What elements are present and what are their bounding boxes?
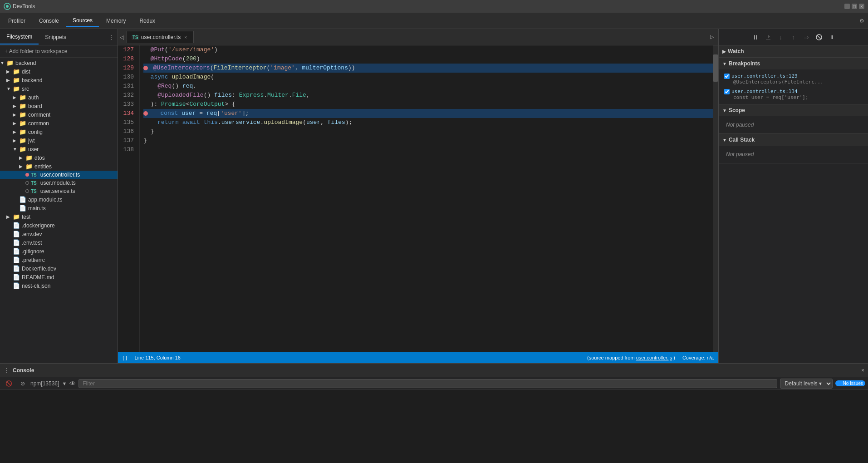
- code-content[interactable]: @Put('/user/image') @HttpCode(200) @UseI…: [140, 45, 718, 352]
- tab-filesystem[interactable]: Filesystem: [0, 30, 39, 44]
- step-into-button[interactable]: ↓: [775, 32, 786, 43]
- step-out-button[interactable]: ↑: [788, 32, 799, 43]
- line-number-132[interactable]: 132: [118, 91, 137, 100]
- npm-process-label[interactable]: npm[13536]: [30, 380, 59, 387]
- code-line-134: const user = req['user'];: [143, 109, 718, 118]
- tree-item-jwt[interactable]: ▶ 📁 jwt: [0, 136, 118, 145]
- cursor-position: Line 115, Column 16: [134, 355, 181, 360]
- tree-item-gitignore[interactable]: ▶ 📄 .gitignore: [0, 247, 118, 256]
- tree-item-prettierrc[interactable]: ▶ 📄 .prettierrc: [0, 256, 118, 264]
- scope-section: ▼ Scope Not paused: [719, 104, 868, 134]
- scope-section-header[interactable]: ▼ Scope: [719, 104, 868, 116]
- tree-label-env-test: .env.test: [22, 240, 42, 246]
- tab-redux[interactable]: Redux: [133, 15, 162, 27]
- tree-item-user-module[interactable]: ▶ TS user.module.ts: [0, 179, 118, 187]
- tree-item-nestcli[interactable]: ▶ 📄 nest-cli.json: [0, 281, 118, 290]
- tree-item-dockerfile[interactable]: ▶ 📄 Dockerfile.dev: [0, 264, 118, 273]
- back-icon[interactable]: ◁: [120, 34, 124, 40]
- tree-item-user-service[interactable]: ▶ TS user.service.ts: [0, 187, 118, 195]
- line-number-127[interactable]: 127: [118, 45, 137, 54]
- tree-item-comment[interactable]: ▶ 📁 comment: [0, 110, 118, 119]
- bp-checkbox-129[interactable]: [724, 74, 730, 79]
- pause-on-exceptions-button[interactable]: ⏸: [826, 32, 837, 43]
- tree-item-config[interactable]: ▶ 📁 config: [0, 128, 118, 136]
- tree-label-config: config: [28, 129, 43, 135]
- vertical-scrollbar[interactable]: [713, 45, 718, 352]
- tree-item-test[interactable]: ▶ 📁 test: [0, 212, 118, 221]
- tab-memory[interactable]: Memory: [100, 15, 132, 27]
- console-close-button[interactable]: ×: [861, 367, 864, 374]
- line-number-128[interactable]: 128: [118, 54, 137, 64]
- npm-dropdown-icon[interactable]: ▼: [62, 381, 67, 386]
- tree-item-entities[interactable]: ▶ 📁 entities: [0, 162, 118, 171]
- breakpoints-label: Breakpoints: [729, 60, 760, 67]
- console-levels-select[interactable]: Default levels ▾: [780, 379, 833, 389]
- step-over-button[interactable]: [763, 32, 774, 43]
- pause-button[interactable]: ⏸: [750, 32, 761, 43]
- tree-item-auth[interactable]: ▶ 📁 auth: [0, 93, 118, 102]
- present-code-button[interactable]: ▷: [707, 32, 716, 42]
- call-stack-arrow-icon: ▼: [722, 138, 727, 143]
- console-title[interactable]: Console: [13, 367, 34, 374]
- tree-item-env-dev[interactable]: ▶ 📄 .env.dev: [0, 230, 118, 238]
- watch-section-header[interactable]: ▶ Watch: [719, 45, 868, 57]
- line-number-136[interactable]: 136: [118, 127, 137, 136]
- continue-button[interactable]: ⇒: [801, 32, 812, 43]
- code-tab-close-button[interactable]: ×: [182, 34, 189, 40]
- svg-line-3: [817, 35, 821, 39]
- tab-snippets[interactable]: Snippets: [39, 30, 73, 44]
- tab-sources[interactable]: Sources: [66, 15, 99, 27]
- tab-console[interactable]: Console: [33, 15, 65, 27]
- tree-item-app-module[interactable]: ▶ 📄 app.module.ts: [0, 195, 118, 204]
- tree-item-dockerignore[interactable]: ▶ 📄 .dockerignore: [0, 221, 118, 230]
- tab-profiler[interactable]: Profiler: [2, 15, 32, 27]
- line-number-137[interactable]: 137: [118, 136, 137, 145]
- breakpoint-indicator-134: [143, 111, 148, 116]
- settings-icon[interactable]: ⚙: [858, 16, 866, 26]
- line-number-133[interactable]: 133: [118, 100, 137, 109]
- tree-item-dtos[interactable]: ▶ 📁 dtos: [0, 153, 118, 162]
- console-filter-input[interactable]: [78, 379, 777, 388]
- console-filter-toggle[interactable]: ⊘: [18, 379, 28, 388]
- tree-item-common[interactable]: ▶ 📁 common: [0, 119, 118, 128]
- call-stack-section-header[interactable]: ▼ Call Stack: [719, 134, 868, 146]
- line-number-135[interactable]: 135: [118, 118, 137, 127]
- line-number-129[interactable]: 129: [118, 64, 137, 73]
- code-editor[interactable]: 127 128 129 130 131 132 133 134 135 136 …: [118, 45, 718, 352]
- console-clear-button[interactable]: 🚫: [3, 379, 15, 388]
- deactivate-breakpoints-button[interactable]: [814, 32, 824, 43]
- maximize-button[interactable]: □: [852, 4, 857, 9]
- console-panel: ⋮ Console × 🚫 ⊘ npm[13536] ▼ 👁 Default l…: [0, 363, 868, 463]
- tree-label-board: board: [28, 103, 42, 109]
- file-explorer-more-icon[interactable]: ⋮: [105, 34, 118, 40]
- tree-item-dist[interactable]: ▶ 📁 dist: [0, 67, 118, 76]
- breakpoints-section-header[interactable]: ▼ Breakpoints: [719, 58, 868, 69]
- tree-item-board[interactable]: ▶ 📁 board: [0, 102, 118, 110]
- tree-item-env-test[interactable]: ▶ 📄 .env.test: [0, 238, 118, 247]
- tree-item-main[interactable]: ▶ 📄 main.ts: [0, 204, 118, 212]
- source-file-link[interactable]: user.controller.js: [636, 355, 672, 360]
- scrollbar-thumb[interactable]: [713, 54, 718, 82]
- tree-item-backend-inner[interactable]: ▶ 📁 backend: [0, 76, 118, 84]
- tree-item-user[interactable]: ▼ 📁 user: [0, 145, 118, 153]
- line-number-138[interactable]: 138: [118, 145, 137, 154]
- console-menu-dots[interactable]: ⋮: [4, 367, 10, 374]
- tree-item-src[interactable]: ▼ 📁 src: [0, 84, 118, 93]
- code-tab-user-controller[interactable]: TS user.controller.ts ×: [127, 31, 194, 43]
- console-content[interactable]: [0, 390, 868, 463]
- line-number-130[interactable]: 130: [118, 73, 137, 82]
- tree-item-user-controller[interactable]: ▶ TS user.controller.ts: [0, 171, 118, 179]
- tree-label-dtos: dtos: [34, 155, 45, 161]
- eye-icon[interactable]: 👁: [69, 380, 76, 387]
- line-number-134[interactable]: 134: [118, 109, 137, 118]
- line-number-131[interactable]: 131: [118, 82, 137, 91]
- tree-item-readme[interactable]: ▶ 📄 README.md: [0, 273, 118, 281]
- tree-item-backend[interactable]: ▼ 📁 backend: [0, 59, 118, 67]
- add-folder-button[interactable]: + Add folder to workspace: [0, 45, 118, 58]
- bp-checkbox-134[interactable]: [724, 89, 730, 94]
- back-forward-buttons[interactable]: ◁: [120, 34, 124, 40]
- minimize-button[interactable]: –: [844, 4, 850, 9]
- debug-panel: ⏸ ↓ ↑ ⇒ ⏸ ▶ Watch ▼ Breakpoints: [718, 29, 868, 363]
- call-stack-empty-text: Not paused: [719, 148, 868, 161]
- close-button[interactable]: ×: [859, 4, 864, 9]
